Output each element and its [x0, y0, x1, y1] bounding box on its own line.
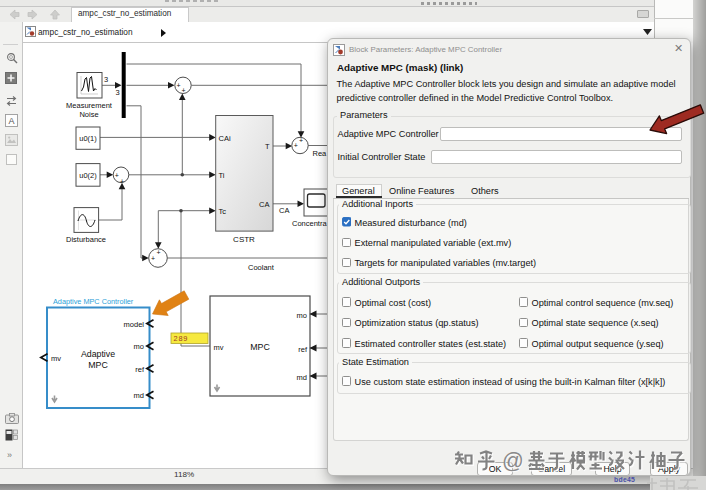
svg-text:mv: mv	[214, 343, 224, 352]
svg-text:MPC: MPC	[250, 342, 270, 352]
svg-text:u0(1): u0(1)	[79, 134, 97, 143]
svg-text:model: model	[124, 320, 145, 329]
svg-text:CA: CA	[259, 200, 269, 209]
svg-text:CSTR: CSTR	[233, 235, 255, 244]
svg-text:CAi: CAi	[219, 134, 231, 143]
svg-text:ref: ref	[298, 345, 308, 354]
svg-text:+: +	[120, 178, 124, 185]
svg-text:mo: mo	[297, 311, 307, 320]
svg-text:+: +	[299, 137, 303, 144]
svg-text:+: +	[151, 255, 155, 262]
svg-text:289: 289	[174, 334, 189, 343]
svg-text:ref: ref	[135, 365, 145, 374]
svg-text:CA: CA	[279, 206, 289, 215]
svg-text:Adaptive: Adaptive	[81, 349, 115, 359]
svg-text:+: +	[115, 172, 119, 179]
svg-text:mo: mo	[134, 342, 144, 351]
svg-text:+: +	[182, 87, 186, 94]
svg-text:+: +	[294, 142, 298, 149]
svg-text:Measurement: Measurement	[66, 101, 113, 110]
svg-text:Noise: Noise	[79, 110, 98, 119]
svg-text:3: 3	[116, 88, 120, 97]
svg-text:Adaptive MPC Controller: Adaptive MPC Controller	[53, 297, 134, 306]
svg-text:Rea: Rea	[313, 149, 328, 158]
svg-text:MPC: MPC	[88, 360, 108, 370]
svg-text:md: md	[134, 391, 144, 400]
svg-text:+: +	[177, 82, 181, 89]
svg-text:Coolant: Coolant	[248, 263, 275, 272]
svg-text:Ti: Ti	[219, 171, 225, 180]
svg-text:md: md	[297, 373, 307, 382]
svg-text:Tc: Tc	[219, 207, 227, 216]
svg-text:3: 3	[104, 75, 108, 84]
svg-text:T: T	[265, 142, 270, 151]
svg-text:Disturbance: Disturbance	[66, 235, 106, 244]
svg-text:mv: mv	[51, 354, 61, 363]
svg-text:+: +	[157, 249, 161, 256]
svg-text:Concentra: Concentra	[292, 219, 327, 228]
svg-text:@: @	[502, 449, 524, 473]
svg-text:u0(2): u0(2)	[79, 171, 97, 180]
